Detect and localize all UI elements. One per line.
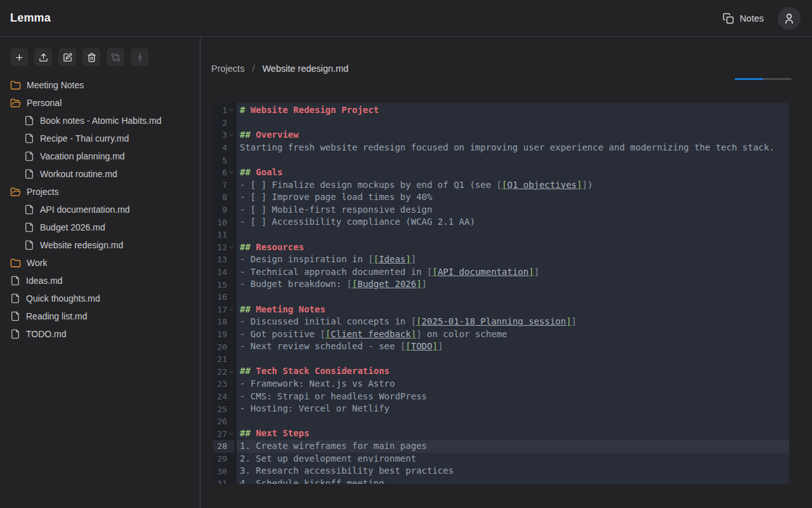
commit-button (131, 48, 148, 66)
fold-chevron-icon[interactable] (228, 170, 234, 176)
code-line[interactable]: - Hosting: Vercel or Netlify (237, 403, 789, 415)
code-line[interactable]: ## Meeting Notes (237, 304, 789, 316)
tree-folder-projects[interactable]: Projects (0, 183, 200, 201)
tree-file-book-notes-atomic-habits-md[interactable]: Book notes - Atomic Habits.md (0, 112, 200, 130)
code-line[interactable]: ## Resources (237, 241, 789, 254)
wiki-link[interactable]: Ideas (379, 254, 405, 264)
wiki-link[interactable]: TODO (411, 341, 433, 351)
code-segment: ## (240, 242, 256, 252)
tree-file-budget-2026-md[interactable]: Budget 2026.md (0, 218, 200, 236)
code-segment: Meeting Notes (256, 304, 325, 314)
code-line[interactable]: - [ ] Accessibility compliance (WCAG 2.1… (237, 216, 789, 229)
code-line[interactable]: Starting fresh website redesign focused … (237, 142, 789, 154)
wiki-link[interactable]: 2025-01-18 Planning session (422, 316, 566, 326)
user-icon (783, 12, 796, 25)
fold-chevron-icon[interactable] (228, 132, 234, 138)
avatar-button[interactable] (778, 7, 801, 30)
markdown-editor[interactable]: 1234567891011121314151617181920212223242… (213, 103, 789, 484)
fold-chevron-icon[interactable] (228, 368, 234, 375)
code-line[interactable]: - Design inspiration in [[Ideas]] (237, 253, 789, 266)
tree-file-api-documentation-md[interactable]: API documentation.md (0, 201, 200, 218)
code-line[interactable]: ## Tech Stack Considerations (237, 365, 789, 378)
code-line[interactable]: - Got positive [[Client feedback]] on co… (237, 328, 789, 341)
tree-file-workout-routine-md[interactable]: Workout routine.md (0, 165, 200, 183)
wiki-link[interactable]: Budget 2026 (357, 279, 416, 289)
fold-slot-empty (228, 219, 234, 225)
code-line[interactable]: 2. Set up development environment (237, 453, 789, 465)
tree-item-label: Personal (27, 98, 62, 108)
fold-chevron-icon[interactable] (228, 306, 234, 312)
fold-chevron-icon[interactable] (228, 244, 234, 250)
tree-item-label: Book notes - Atomic Habits.md (40, 116, 161, 126)
code-line[interactable]: - Next review scheduled - see [[TODO]] (237, 340, 789, 353)
tree-folder-meeting-notes[interactable]: Meeting Notes (0, 76, 200, 94)
code-line[interactable]: # Website Redesign Project (237, 104, 789, 117)
code-segment: Website Redesign Project (251, 105, 379, 115)
fold-slot-empty (228, 232, 234, 238)
notes-button[interactable]: Notes (723, 13, 764, 24)
code-segment: ## (240, 167, 256, 177)
code-line[interactable] (237, 353, 789, 366)
topbar-right: Notes (723, 7, 801, 30)
gutter-row: 12 (213, 241, 234, 254)
line-number: 3 (213, 130, 227, 140)
fold-chevron-icon[interactable] (228, 107, 234, 114)
gutter-row: 4 (213, 142, 234, 154)
tree-file-todo-md[interactable]: TODO.md (0, 325, 200, 343)
fold-chevron-icon[interactable] (228, 431, 234, 437)
code-segment: [ (416, 316, 421, 326)
line-number: 7 (213, 180, 227, 190)
wiki-link[interactable]: Q1 objectives (507, 180, 577, 190)
fold-slot-empty (228, 331, 234, 337)
tree-file-ideas-md[interactable]: Ideas.md (0, 272, 200, 290)
code-segment: Starting fresh website redesign focused … (240, 142, 775, 152)
code-line[interactable]: 1. Create wireframes for main pages (237, 440, 789, 453)
gutter-row: 21 (213, 353, 234, 366)
tab-preview[interactable] (763, 57, 792, 78)
tree-item-label: Workout routine.md (40, 169, 117, 179)
code-line[interactable]: - [ ] Finalize design mockups by end of … (237, 179, 789, 192)
code-line[interactable]: - Discussed initial concepts in [[2025-0… (237, 316, 789, 328)
tree-file-recipe-thai-curry-md[interactable]: Recipe - Thai curry.md (0, 130, 200, 147)
code-line[interactable]: - Budget breakdown: [[Budget 2026]] (237, 278, 789, 291)
tree-file-website-redesign-md[interactable]: Website redesign.md (0, 236, 200, 254)
file-icon (24, 133, 34, 144)
gutter-row: 10 (213, 216, 234, 229)
code-area[interactable]: # Website Redesign Project## OverviewSta… (237, 103, 789, 484)
tree-file-vacation-planning-md[interactable]: Vacation planning.md (0, 147, 200, 165)
file-icon (24, 169, 34, 179)
code-line[interactable]: - [ ] Improve page load times by 40% (237, 191, 789, 204)
wiki-link[interactable]: API documentation (438, 267, 528, 277)
code-line[interactable] (237, 291, 789, 304)
code-line[interactable]: ## Goals (237, 166, 789, 179)
delete-button[interactable] (82, 48, 100, 66)
breadcrumb-parent[interactable]: Projects (211, 64, 244, 74)
code-segment: [ (497, 180, 502, 190)
tree-item-label: Ideas.md (26, 276, 63, 286)
code-line[interactable]: 3. Research accessibility best practices (237, 465, 789, 478)
line-number: 14 (213, 267, 227, 277)
code-line[interactable] (237, 154, 789, 166)
code-line[interactable]: 4. Schedule kickoff meeting (237, 478, 789, 484)
code-line[interactable] (237, 117, 789, 130)
code-line[interactable]: - [ ] Mobile-first responsive design (237, 204, 789, 217)
upload-button[interactable] (34, 48, 52, 66)
tree-file-quick-thoughts-md[interactable]: Quick thoughts.md (0, 290, 200, 307)
code-line[interactable]: ## Overview (237, 129, 789, 142)
code-line[interactable] (237, 229, 789, 241)
tree-item-label: Quick thoughts.md (26, 293, 100, 304)
new-note-button[interactable] (10, 48, 28, 66)
edit-button[interactable] (58, 48, 76, 66)
code-line[interactable]: - CMS: Strapi or headless WordPress (237, 391, 789, 403)
tree-folder-personal[interactable]: Personal (0, 94, 200, 112)
code-line[interactable]: - Technical approach documented in [[API… (237, 266, 789, 279)
line-number: 9 (213, 205, 227, 215)
fold-slot-empty (228, 418, 234, 425)
tree-folder-work[interactable]: Work (0, 254, 200, 272)
tab-code[interactable] (735, 57, 763, 78)
code-line[interactable]: ## Next Steps (237, 427, 789, 440)
code-line[interactable] (237, 415, 789, 428)
wiki-link[interactable]: Client feedback (331, 329, 410, 339)
tree-file-reading-list-md[interactable]: Reading list.md (0, 307, 200, 325)
code-line[interactable]: - Framework: Next.js vs Astro (237, 378, 789, 391)
